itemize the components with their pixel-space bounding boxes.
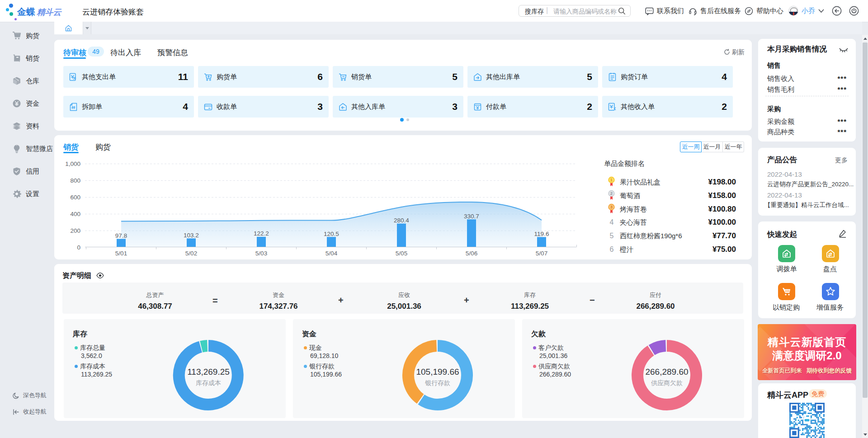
svg-text:97.8: 97.8 <box>115 232 127 239</box>
svg-text:5/04: 5/04 <box>326 250 338 257</box>
svg-text:103.2: 103.2 <box>184 232 199 239</box>
svg-text:600: 600 <box>70 194 80 201</box>
svg-text:330.7: 330.7 <box>464 213 479 220</box>
svg-text:1: 1 <box>610 177 613 182</box>
svg-text:5/07: 5/07 <box>536 250 547 257</box>
svg-text:800: 800 <box>70 177 80 184</box>
svg-text:5/03: 5/03 <box>255 250 267 257</box>
svg-text:5/05: 5/05 <box>396 250 407 257</box>
svg-text:200: 200 <box>70 227 80 234</box>
svg-text:0: 0 <box>77 244 80 251</box>
svg-text:400: 400 <box>70 211 80 217</box>
svg-text:5/02: 5/02 <box>185 250 197 257</box>
svg-text:280.4: 280.4 <box>394 217 409 224</box>
svg-text:119.6: 119.6 <box>534 231 549 237</box>
svg-text:5/06: 5/06 <box>466 250 477 257</box>
svg-text:5/01: 5/01 <box>115 250 127 257</box>
svg-text:3: 3 <box>610 204 613 209</box>
svg-text:1,000: 1,000 <box>65 160 80 167</box>
svg-text:120.5: 120.5 <box>324 231 339 237</box>
svg-text:2: 2 <box>610 191 613 196</box>
svg-text:122.2: 122.2 <box>254 230 269 237</box>
